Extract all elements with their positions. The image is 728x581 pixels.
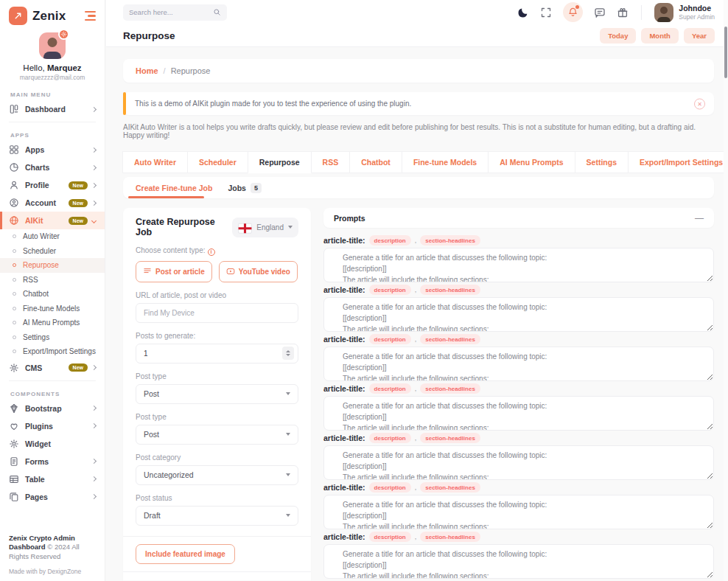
sidebar-item[interactable]: Plugins (0, 417, 105, 435)
range-button[interactable]: Month (641, 28, 679, 44)
prompt-tag: description (369, 285, 411, 295)
youtube-video-button[interactable]: YouTube video (219, 261, 298, 282)
bullet-icon (13, 249, 16, 253)
tab[interactable]: RSS (311, 151, 351, 173)
sidebar-item[interactable]: Dashboard (0, 100, 105, 118)
language-select[interactable]: England (232, 218, 298, 237)
repurpose-submit-button[interactable]: Repurpose (178, 580, 256, 581)
sidebar-item[interactable]: CMS New (0, 359, 105, 377)
sidebar-item[interactable]: Bootstrap (0, 400, 105, 417)
field-select[interactable]: Post (136, 425, 298, 445)
collapse-minus-icon[interactable]: — (695, 214, 704, 223)
sidebar-item[interactable]: Widget (0, 435, 105, 453)
sidebar-item[interactable]: Pages (0, 488, 105, 506)
prompt-textarea[interactable]: Generate a title for an article that dis… (323, 396, 714, 431)
tab[interactable]: Export/Import Settings (628, 151, 728, 173)
dark-mode-moon-icon[interactable] (517, 7, 529, 18)
menu-item-label: Bootstrap (25, 404, 62, 413)
tab[interactable]: Fine-tune Models (402, 151, 489, 173)
messages-chat-icon[interactable] (594, 7, 606, 18)
fullscreen-icon[interactable] (540, 7, 552, 18)
select-value: Post (144, 430, 159, 439)
breadcrumb-current: Repurpose (171, 66, 211, 75)
brand-logo-icon[interactable] (9, 7, 27, 25)
menu-item-icon (9, 403, 19, 414)
range-button[interactable]: Today (600, 28, 636, 44)
bullet-icon (13, 292, 16, 296)
prompt-name: article-title: (323, 285, 365, 294)
search-field (123, 4, 227, 21)
search-icon[interactable] (213, 8, 221, 16)
menu-item-icon (9, 439, 19, 449)
info-icon[interactable]: i (208, 248, 215, 256)
subtab-jobs-label: Jobs (228, 184, 246, 192)
post-or-article-button[interactable]: Post or article (136, 261, 212, 282)
menu-toggle-icon[interactable] (85, 11, 96, 21)
menu-item-icon (9, 162, 19, 173)
prompt-name: article-title: (323, 483, 365, 492)
prompt-tag: section-headlines (420, 334, 480, 344)
url-input[interactable] (136, 303, 298, 323)
breadcrumb-home-link[interactable]: Home (136, 66, 158, 75)
submenu-item[interactable]: RSS (0, 273, 105, 288)
alert-close-icon[interactable]: ✕ (694, 98, 705, 109)
tab[interactable]: Scheduler (187, 151, 248, 173)
tag-separator: , (415, 533, 417, 540)
sidebar-item[interactable]: AIKit New (0, 212, 105, 229)
submenu-item[interactable]: Fine-tune Models (0, 302, 105, 316)
include-featured-image-button[interactable]: Include featured image (136, 544, 235, 564)
cms-menu-list: CMS New (0, 359, 105, 377)
menu-item-label: Account (25, 198, 56, 207)
page-scrollbar[interactable] (724, 0, 728, 581)
prompt-textarea[interactable]: Generate a title for an article that dis… (323, 445, 714, 480)
notifications-button[interactable] (563, 2, 583, 22)
submenu-item[interactable]: Settings (0, 330, 105, 345)
tab[interactable]: Auto Writer (122, 151, 188, 173)
submenu-item[interactable]: Export/Import Settings (0, 344, 105, 359)
aikit-submenu: Auto Writer Scheduler Repurpose RSS (0, 229, 105, 359)
user-menu[interactable]: Johndoe Super Admin (654, 3, 715, 22)
submenu-item[interactable]: Auto Writer (0, 229, 105, 244)
range-button[interactable]: Year (684, 28, 715, 44)
tab[interactable]: Chatbot (349, 151, 402, 173)
field-select[interactable]: Post (136, 384, 298, 404)
sidebar-item[interactable]: Apps (0, 141, 105, 159)
sidebar-item[interactable]: Forms (0, 453, 105, 470)
field-label: Post type (136, 413, 298, 421)
prompt-textarea[interactable]: Generate a title for an article that dis… (323, 544, 714, 579)
rewards-gift-icon[interactable] (617, 7, 629, 18)
search-input[interactable] (129, 8, 213, 16)
caret-down-icon (286, 433, 290, 436)
submenu-item-label: Scheduler (23, 247, 56, 255)
tab[interactable]: Repurpose (248, 151, 312, 173)
submenu-item[interactable]: AI Menu Prompts (0, 316, 105, 330)
sidebar-item[interactable]: Table (0, 470, 105, 488)
tab[interactable]: Settings (575, 151, 629, 173)
subtab-create-fine-tune-job[interactable]: Create Fine-tune Job (136, 184, 212, 192)
sidebar-item[interactable]: Account New (0, 194, 105, 212)
subtab-jobs[interactable]: Jobs 5 (228, 183, 262, 193)
posts-count-input[interactable] (136, 344, 298, 363)
field-select[interactable]: Draft (136, 506, 298, 526)
chevron-right-icon (91, 423, 97, 428)
profile-gear-badge-icon[interactable] (58, 29, 69, 40)
submenu-item[interactable]: Chatbot (0, 287, 105, 302)
tab[interactable]: AI Menu Prompts (488, 151, 575, 173)
submenu-item[interactable]: Scheduler (0, 244, 105, 259)
prompt-textarea[interactable]: Generate a title for an article that dis… (323, 248, 714, 282)
prompt-textarea[interactable]: Generate a title for an article that dis… (323, 347, 714, 381)
sidebar-item[interactable]: Charts (0, 159, 105, 176)
field-select[interactable]: Uncategorized (136, 465, 298, 485)
components-menu-list: Bootstrap Plugins Widget Form (0, 400, 105, 506)
menu-item-icon (9, 145, 19, 155)
list-icon (143, 267, 152, 276)
prompt-tag: description (369, 235, 411, 246)
topbar: Johndoe Super Admin (106, 0, 728, 24)
tag-separator: , (415, 484, 417, 491)
number-spinner[interactable] (282, 347, 294, 360)
brand-name[interactable]: Zenix (32, 9, 66, 24)
sidebar-item[interactable]: Profile New (0, 176, 105, 194)
submenu-item[interactable]: Repurpose (0, 258, 105, 273)
prompt-textarea[interactable]: Generate a title for an article that dis… (323, 297, 714, 332)
prompt-textarea[interactable]: Generate a title for an article that dis… (323, 495, 714, 529)
